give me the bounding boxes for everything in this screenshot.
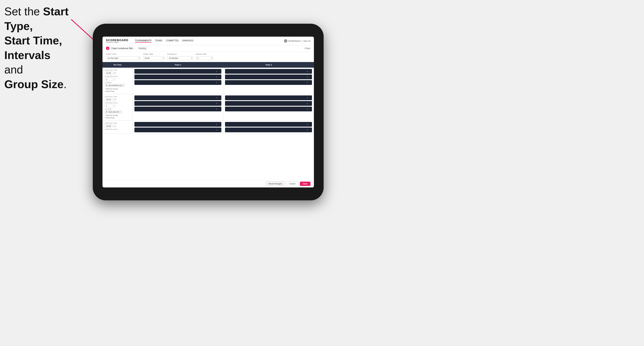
add-group-btn-1[interactable]: + Add Group — [105, 90, 130, 92]
user-email: blair@clippd.io — [288, 40, 301, 42]
group-actions-2: ○ Remove Group + Add Group — [105, 114, 130, 119]
slot-close-1-3[interactable]: ✕ — [216, 82, 218, 84]
logo-text: SCOREBOARD — [106, 39, 128, 42]
slot-close-4-3[interactable]: ✕ — [306, 108, 308, 110]
nav-item-teams[interactable]: TEAMS — [155, 39, 162, 43]
player-slot-5-2: ✕ ⋮ — [134, 128, 221, 132]
slot-dots-4-2[interactable]: ⋮ — [309, 103, 311, 105]
player-slot-3-2: ✕ ⋮ — [134, 101, 221, 106]
hole-down-2[interactable]: ▼ — [114, 106, 116, 107]
hole-up-2[interactable]: ▲ — [114, 105, 116, 106]
cancel-button[interactable]: Cancel — [286, 181, 298, 186]
slot-close-3-2[interactable]: ✕ — [216, 103, 218, 105]
remove-group-btn-2[interactable]: ○ Remove Group — [105, 114, 130, 116]
course-remove-1[interactable]: × — [123, 84, 124, 86]
slot-close-6-1[interactable]: ✕ — [306, 124, 308, 125]
breadcrumb-separator: › — [135, 47, 136, 49]
instruction-bold3: Intervals — [4, 49, 50, 61]
slot-dots-3-3[interactable]: ⋮ — [218, 108, 220, 110]
slot-close-2-3[interactable]: ✕ — [306, 82, 308, 84]
slot-dots-6-2[interactable]: ⋮ — [309, 129, 311, 131]
slot-close-4-1[interactable]: ✕ — [306, 97, 308, 99]
nav-item-tournaments[interactable]: TOURNAMENTS — [135, 39, 152, 43]
course-remove-2[interactable]: × — [120, 111, 121, 113]
slot-dots-3-2[interactable]: ⋮ — [218, 103, 220, 105]
sign-out-link[interactable]: Sign out — [303, 40, 310, 42]
start-time-group: Start Time 10:00 — [143, 53, 164, 60]
intervals-select-wrap: 10 Minutes — [167, 56, 193, 60]
hole-stepper-2[interactable]: ▲ ▼ — [114, 105, 116, 107]
slot-close-1-2[interactable]: ✕ — [216, 76, 218, 78]
remove-group-btn-1[interactable]: ○ Remove Group — [105, 88, 130, 90]
starting-hole-label-1: STARTING HOLE: — [105, 76, 130, 77]
slot-close-3-3[interactable]: ✕ — [216, 108, 218, 110]
player-slot-6-1: ✕ ⋮ — [225, 122, 312, 127]
starting-hole-value-2[interactable]: 1 — [105, 104, 113, 108]
slot-close-3-1[interactable]: ✕ — [216, 97, 218, 99]
th-team2: Team 2 — [224, 62, 314, 68]
nav-item-committee[interactable]: COMMITTEE — [166, 39, 179, 43]
hole-stepper-1[interactable]: ▲ ▼ — [114, 78, 116, 81]
controls-row: Start Type 1st Tee Start Start Time 10:0… — [102, 51, 314, 62]
team1-col-2: ✕ ⋮ ✕ ⋮ ✕ ⋮ — [133, 94, 223, 120]
tablet-device: SCOREBOARD Powered by clippd TOURNAMENTS… — [93, 24, 324, 200]
slot-dots-2-2[interactable]: ⋮ — [309, 76, 311, 78]
instruction-block: Set the Start Type, Start Time, Interval… — [4, 4, 69, 92]
slot-close-2-2[interactable]: ✕ — [306, 76, 308, 78]
schedule-table: Tee Time Team 1 Team 2 STARTING TIME: 10… — [102, 62, 314, 180]
instruction-line1: Set the Start Type, — [4, 5, 68, 32]
slot-dots-2-1[interactable]: ⋮ — [309, 70, 311, 72]
course-tag-2: 🏌 East Lake GC × — [105, 110, 122, 114]
slot-close-5-1[interactable]: ✕ — [216, 124, 218, 125]
starting-time-value-3[interactable]: 10:20 — [105, 124, 112, 128]
course-icon-1: 🏌 — [106, 84, 108, 86]
slot-dots-6-1[interactable]: ⋮ — [309, 124, 311, 125]
start-time-select-wrap: 10:00 — [143, 56, 164, 60]
slot-dots-5-1[interactable]: ⋮ — [218, 124, 220, 125]
slot-dots-1-3[interactable]: ⋮ — [218, 82, 220, 84]
instruction-bold2: Start Time, — [4, 34, 62, 47]
group-size-select[interactable]: 3 — [196, 56, 213, 60]
slot-close-5-2[interactable]: ✕ — [216, 129, 218, 131]
team1-col-1: ✕ ⋮ ✕ ⋮ ✕ ⋮ — [133, 68, 223, 94]
team1-col-3: ✕ ⋮ ✕ ⋮ — [133, 121, 223, 134]
starting-time-value-1[interactable]: 10:00 — [105, 71, 112, 75]
save-button[interactable]: Save — [300, 182, 310, 186]
slot-close-4-2[interactable]: ✕ — [306, 103, 308, 105]
slot-close-2-1[interactable]: ✕ — [306, 70, 308, 72]
team-slots-area-3: ✕ ⋮ ✕ ⋮ ✕ ⋮ ✕ — [133, 121, 314, 134]
player-slot-1-2: ✕ ⋮ — [134, 75, 221, 79]
course-icon-2: 🏌 — [106, 111, 108, 113]
slot-dots-3-1[interactable]: ⋮ — [218, 97, 220, 99]
back-button[interactable]: < Back — [304, 47, 310, 49]
course-name-2: East Lake GC — [108, 111, 119, 113]
slot-dots-4-1[interactable]: ⋮ — [309, 97, 311, 99]
hole-down-1[interactable]: ▼ — [114, 79, 116, 81]
slot-dots-1-2[interactable]: ⋮ — [218, 76, 220, 78]
intervals-select[interactable]: 10 Minutes — [167, 56, 193, 60]
slot-dots-5-2[interactable]: ⋮ — [218, 129, 220, 131]
player-slot-3-3: ✕ ⋮ — [134, 107, 221, 111]
slot-close-1-1[interactable]: ✕ — [216, 70, 218, 72]
slot-dots-4-3[interactable]: ⋮ — [309, 108, 311, 110]
start-time-select[interactable]: 10:00 — [143, 56, 164, 60]
starting-time-label-2: STARTING TIME: — [105, 96, 130, 97]
player-slot-2-3: ✕ ⋮ — [225, 80, 312, 85]
nav-item-rankings[interactable]: RANKINGS — [182, 39, 193, 43]
intervals-group: Intervals 10 Minutes — [167, 53, 193, 60]
starting-hole-value-1[interactable]: 1 — [105, 78, 113, 81]
hole-up-1[interactable]: ▲ — [114, 78, 116, 79]
slot-dots-1-1[interactable]: ⋮ — [218, 70, 220, 72]
start-type-select[interactable]: 1st Tee Start — [106, 56, 140, 60]
slot-dots-2-3[interactable]: ⋮ — [309, 82, 311, 84]
slot-close-6-2[interactable]: ✕ — [306, 129, 308, 131]
course-label-1: COURSE: — [105, 82, 130, 83]
breadcrumb-tournament[interactable]: Clippd Invitational (Me) — [111, 47, 133, 49]
instruction-bold4: Group Size — [4, 78, 64, 90]
add-group-btn-2[interactable]: + Add Group — [105, 117, 130, 119]
clock-icon-2: 🕐 — [114, 98, 116, 101]
reset-changes-button[interactable]: Reset Changes — [266, 181, 285, 186]
player-slot-3-1: ✕ ⋮ — [134, 95, 221, 100]
starting-time-value-2[interactable]: 10:10 — [105, 98, 112, 101]
breadcrumb-status: Hosting — [138, 47, 147, 50]
